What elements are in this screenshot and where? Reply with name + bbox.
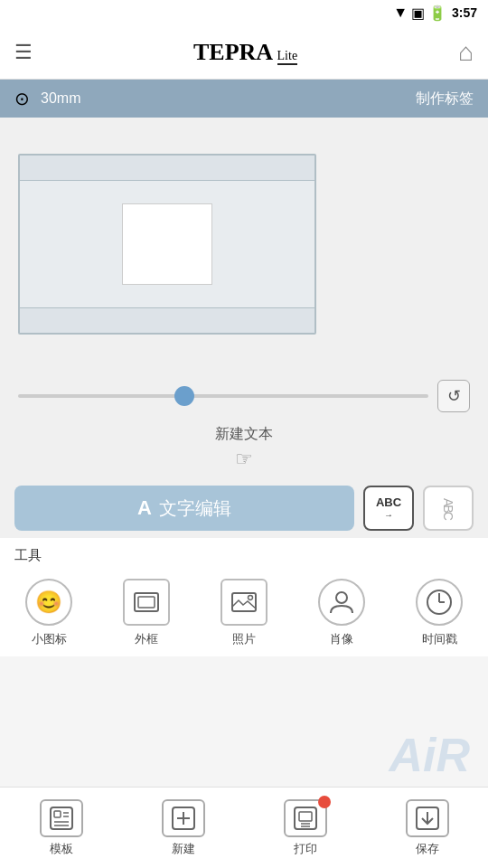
header: ☰ TEPRA Lite ⌂ bbox=[0, 25, 488, 80]
canvas-inner bbox=[20, 181, 314, 307]
svg-rect-18 bbox=[299, 812, 312, 821]
label-canvas[interactable] bbox=[18, 154, 316, 335]
portrait-icon bbox=[318, 579, 365, 626]
slider-reset-button[interactable]: ↺ bbox=[437, 380, 470, 412]
logo-main: TEPRA bbox=[193, 39, 273, 65]
slider-track[interactable] bbox=[18, 394, 428, 398]
tools-section: 工具 😊 小图标 外框 照片 bbox=[0, 538, 488, 656]
tool-label-timestamp: 时间戳 bbox=[422, 631, 457, 647]
vertical-text-button[interactable]: ABC bbox=[423, 486, 474, 531]
nav-label-template: 模板 bbox=[50, 841, 73, 857]
new-icon bbox=[162, 799, 205, 837]
home-icon[interactable]: ⌂ bbox=[458, 38, 474, 67]
battery-icon: 🔋 bbox=[428, 5, 446, 22]
abc-label: ABC bbox=[376, 496, 401, 508]
wifi-icon: ▼ bbox=[393, 5, 408, 21]
svg-rect-9 bbox=[54, 811, 61, 817]
photo-icon bbox=[221, 579, 267, 626]
air-watermark: AiR bbox=[389, 728, 470, 782]
status-bar: ▼ ▣ 🔋 3:57 bbox=[0, 0, 488, 25]
tool-item-photo[interactable]: 照片 bbox=[195, 571, 293, 656]
template-icon bbox=[40, 799, 83, 837]
svg-point-3 bbox=[249, 596, 253, 600]
edit-buttons: A 文字编辑 ABC → ABC bbox=[0, 478, 488, 538]
status-icons: ▼ ▣ 🔋 bbox=[393, 5, 446, 22]
new-text-label: 新建文本 bbox=[0, 425, 488, 444]
text-edit-label: 文字编辑 bbox=[159, 496, 231, 521]
frame-icon bbox=[123, 579, 170, 626]
tool-item-emoji[interactable]: 😊 小图标 bbox=[0, 571, 98, 656]
tools-grid: 😊 小图标 外框 照片 bbox=[0, 571, 488, 656]
print-icon bbox=[284, 799, 327, 837]
vertical-icon: ABC bbox=[441, 498, 455, 519]
tool-item-frame[interactable]: 外框 bbox=[98, 571, 195, 656]
slider-thumb[interactable] bbox=[174, 386, 194, 406]
bottom-nav: 模板 新建 打印 bbox=[0, 787, 488, 868]
canvas-area bbox=[0, 118, 488, 371]
text-edit-button[interactable]: A 文字编辑 bbox=[14, 486, 354, 531]
new-text-area: 新建文本 ☞ bbox=[0, 421, 488, 478]
tape-size: 30mm bbox=[41, 90, 80, 107]
tool-label-frame: 外框 bbox=[135, 631, 158, 647]
save-icon bbox=[406, 799, 449, 837]
tool-item-timestamp[interactable]: 时间戳 bbox=[390, 571, 488, 656]
slider-area: ↺ bbox=[0, 371, 488, 421]
tool-label-photo: 照片 bbox=[232, 631, 256, 647]
tape-bar: ⊙ 30mm 制作标签 bbox=[0, 80, 488, 118]
canvas-top-line bbox=[20, 156, 314, 181]
tools-title: 工具 bbox=[0, 547, 488, 571]
hand-gesture-icon: ☞ bbox=[0, 448, 488, 471]
nav-item-save[interactable]: 保存 bbox=[366, 788, 488, 868]
tool-item-portrait[interactable]: 肖像 bbox=[293, 571, 390, 656]
nav-label-save: 保存 bbox=[416, 841, 439, 857]
canvas-content-box bbox=[122, 203, 212, 285]
emoji-icon: 😊 bbox=[25, 579, 72, 626]
sim-icon: ▣ bbox=[411, 5, 425, 22]
tape-spool-icon: ⊙ bbox=[14, 88, 30, 109]
nav-label-new: 新建 bbox=[172, 841, 195, 857]
abc-arrow-icon: → bbox=[384, 510, 393, 520]
canvas-bottom-line bbox=[20, 307, 314, 333]
svg-point-4 bbox=[336, 592, 347, 603]
timestamp-icon bbox=[416, 579, 463, 626]
svg-rect-1 bbox=[138, 597, 155, 608]
logo-sub: Lite bbox=[277, 49, 298, 65]
nav-item-new[interactable]: 新建 bbox=[122, 788, 244, 868]
status-time: 3:57 bbox=[452, 5, 477, 20]
menu-icon[interactable]: ☰ bbox=[14, 41, 33, 64]
tool-label-portrait: 肖像 bbox=[330, 631, 353, 647]
nav-label-print: 打印 bbox=[294, 841, 317, 857]
nav-item-print[interactable]: 打印 bbox=[244, 788, 366, 868]
abc-horizontal-button[interactable]: ABC → bbox=[363, 486, 414, 531]
tool-label-emoji: 小图标 bbox=[32, 631, 67, 647]
tape-action-label: 制作标签 bbox=[416, 90, 474, 108]
logo: TEPRA Lite bbox=[193, 39, 297, 66]
text-edit-icon: A bbox=[137, 496, 152, 520]
print-badge bbox=[318, 796, 331, 808]
nav-item-template[interactable]: 模板 bbox=[0, 788, 122, 868]
